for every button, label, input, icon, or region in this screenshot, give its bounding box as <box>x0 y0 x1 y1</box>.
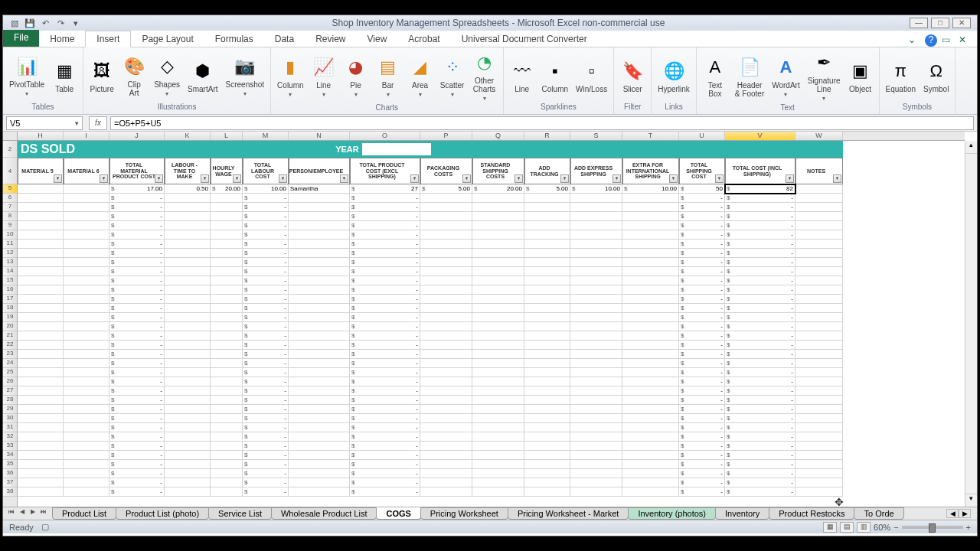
cell[interactable]: - <box>350 230 420 240</box>
cell[interactable] <box>472 240 524 249</box>
cell[interactable] <box>165 331 211 341</box>
cell[interactable] <box>472 230 524 240</box>
cell[interactable]: - <box>109 194 165 203</box>
cell[interactable] <box>524 295 570 304</box>
cell[interactable] <box>18 423 64 432</box>
cell[interactable] <box>211 478 243 487</box>
cell[interactable] <box>289 267 350 276</box>
cell[interactable]: - <box>350 304 420 313</box>
cell[interactable] <box>570 359 622 368</box>
sheet-tab[interactable]: Service List <box>208 507 272 520</box>
cell[interactable] <box>795 194 843 203</box>
cell[interactable]: - <box>350 267 420 276</box>
hscroll-right-icon[interactable]: ▶ <box>959 509 971 518</box>
tab-acrobat[interactable]: Acrobat <box>397 31 450 47</box>
cell[interactable] <box>795 285 843 295</box>
cell[interactable] <box>18 240 64 249</box>
cell[interactable]: - <box>243 377 289 386</box>
cell[interactable] <box>622 460 679 469</box>
cell[interactable] <box>211 469 243 478</box>
cell[interactable] <box>289 386 350 396</box>
cell[interactable] <box>64 203 109 212</box>
tab-file[interactable]: File <box>3 30 39 47</box>
cell[interactable] <box>524 267 570 276</box>
cell[interactable]: - <box>679 194 725 203</box>
cell[interactable] <box>570 331 622 341</box>
cell[interactable] <box>622 212 679 221</box>
cell[interactable]: - <box>350 295 420 304</box>
cell[interactable] <box>18 414 64 423</box>
cell[interactable] <box>420 341 472 350</box>
cell[interactable]: - <box>109 350 165 359</box>
cell[interactable]: 20.00 <box>472 184 524 194</box>
cell[interactable] <box>289 285 350 295</box>
cell[interactable] <box>472 194 524 203</box>
hscroll-left-icon[interactable]: ◀ <box>946 509 959 518</box>
bar-chart-button[interactable]: ▤Bar <box>374 54 402 99</box>
cell[interactable] <box>472 442 524 451</box>
cell[interactable]: - <box>243 331 289 341</box>
sheet-tab[interactable]: Product List (photo) <box>116 507 209 520</box>
cell[interactable]: - <box>350 285 420 295</box>
cell[interactable]: - <box>679 377 725 386</box>
sheet-tab[interactable]: To Orde <box>854 507 903 520</box>
cell[interactable] <box>420 350 472 359</box>
cell[interactable]: - <box>350 322 420 331</box>
cell[interactable] <box>472 276 524 285</box>
cell[interactable]: - <box>679 331 725 341</box>
cell[interactable] <box>795 368 843 377</box>
column-header-cell[interactable]: PERSON/EMPLOYEE <box>289 158 350 184</box>
cell[interactable] <box>524 432 570 442</box>
cell[interactable] <box>622 487 679 497</box>
cell[interactable]: - <box>109 460 165 469</box>
cell[interactable]: - <box>679 230 725 240</box>
cell[interactable]: - <box>679 368 725 377</box>
cell[interactable]: - <box>679 341 725 350</box>
cell[interactable] <box>64 368 109 377</box>
cell[interactable] <box>211 322 243 331</box>
row-header[interactable]: 22 <box>3 341 17 350</box>
cell[interactable]: - <box>725 487 795 497</box>
cell[interactable] <box>289 221 350 230</box>
fx-button[interactable]: fx <box>89 116 107 130</box>
cell[interactable] <box>211 285 243 295</box>
cell[interactable] <box>289 313 350 322</box>
cell[interactable] <box>570 258 622 267</box>
cell[interactable] <box>64 212 109 221</box>
cell[interactable] <box>524 451 570 460</box>
cell[interactable] <box>211 249 243 258</box>
cell[interactable]: - <box>243 221 289 230</box>
cell[interactable] <box>472 313 524 322</box>
cell[interactable] <box>622 350 679 359</box>
cell[interactable] <box>211 331 243 341</box>
sheet-tab[interactable]: Inventory (photos) <box>628 507 716 520</box>
cell[interactable]: - <box>109 469 165 478</box>
cell[interactable] <box>570 460 622 469</box>
cell[interactable] <box>18 285 64 295</box>
cell[interactable] <box>165 221 211 230</box>
cell[interactable] <box>165 469 211 478</box>
cell[interactable] <box>795 258 843 267</box>
cell[interactable]: - <box>243 212 289 221</box>
cell[interactable] <box>472 203 524 212</box>
cell[interactable]: - <box>109 304 165 313</box>
cell[interactable]: - <box>725 451 795 460</box>
column-header[interactable]: U <box>679 132 725 140</box>
cell[interactable] <box>18 184 64 194</box>
cell[interactable] <box>165 313 211 322</box>
cell[interactable] <box>420 396 472 405</box>
cell[interactable] <box>420 331 472 341</box>
cell[interactable] <box>420 469 472 478</box>
cell[interactable] <box>18 194 64 203</box>
cell[interactable]: - <box>725 203 795 212</box>
cell[interactable] <box>64 396 109 405</box>
sheet-tab[interactable]: Pricing Worksheet - Market <box>508 507 629 520</box>
cell[interactable] <box>795 267 843 276</box>
cell[interactable] <box>64 386 109 396</box>
scatter-chart-button[interactable]: ⁘Scatter <box>439 54 466 99</box>
cell[interactable] <box>795 487 843 497</box>
pie-chart-button[interactable]: ◕Pie <box>342 54 370 99</box>
minimize-button[interactable]: — <box>910 18 928 28</box>
cell[interactable] <box>64 184 109 194</box>
cell[interactable]: - <box>725 350 795 359</box>
